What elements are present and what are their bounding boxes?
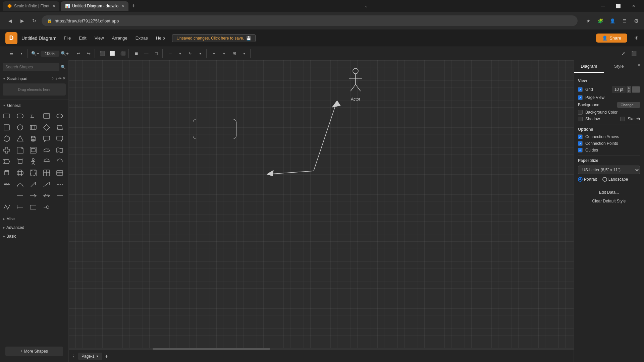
shape-arc[interactable] xyxy=(54,156,65,167)
forward-button[interactable]: ▶ xyxy=(17,16,27,25)
tab-active[interactable]: 📊 Untitled Diagram - draw.io ✕ xyxy=(61,1,128,11)
undo-button[interactable]: ↩ xyxy=(74,49,83,58)
clear-default-style-button[interactable]: Clear Default Style xyxy=(578,197,640,205)
shadow-button[interactable]: □ xyxy=(152,49,161,58)
table-button[interactable]: ⊞ xyxy=(229,49,239,58)
redo-button[interactable]: ↪ xyxy=(84,49,93,58)
insert-down-button[interactable]: ▼ xyxy=(219,49,229,58)
background-change-button[interactable]: Change... xyxy=(617,102,640,108)
new-tab-button[interactable]: + xyxy=(130,3,138,10)
shape-timeline[interactable] xyxy=(1,179,12,190)
grid-checkbox[interactable]: ✓ xyxy=(578,87,583,92)
shape-table-cell[interactable] xyxy=(41,168,52,178)
tab-style[interactable]: Style xyxy=(604,60,634,73)
basic-section-header[interactable]: ▶ Basic xyxy=(1,232,67,241)
fit-page-button[interactable]: ⤢ xyxy=(619,49,628,58)
shape-connector4[interactable] xyxy=(28,202,39,213)
edit-data-button[interactable]: Edit Data... xyxy=(578,189,640,196)
tab1-close[interactable]: ✕ xyxy=(53,4,55,8)
url-bar[interactable]: 🔒 https://draw.fef791275f.cfloat.app xyxy=(42,15,578,26)
shape-text[interactable]: T xyxy=(28,111,39,121)
waypoint-down-button[interactable]: ▼ xyxy=(196,49,205,58)
shape-connector5[interactable] xyxy=(41,202,52,213)
shape-wave-rect[interactable] xyxy=(54,145,65,156)
shape-actor[interactable] xyxy=(28,156,39,167)
shape-dashed1[interactable] xyxy=(54,179,65,190)
menu-file[interactable]: File xyxy=(60,34,74,42)
shape-dashed2[interactable] xyxy=(1,190,12,201)
tab2-close[interactable]: ✕ xyxy=(122,4,124,8)
guides-checkbox[interactable]: ✓ xyxy=(578,148,583,153)
shape-tape[interactable] xyxy=(15,156,25,167)
shape-cylinder[interactable] xyxy=(28,133,39,144)
menu-edit[interactable]: Edit xyxy=(75,34,90,42)
bg-color-checkbox[interactable]: ✓ xyxy=(578,110,583,115)
canvas-rect-shape[interactable] xyxy=(193,119,236,139)
maximize-button[interactable]: ⬜ xyxy=(610,0,626,12)
back-button[interactable]: ◀ xyxy=(5,16,15,25)
page-dropdown-icon[interactable]: ▼ xyxy=(96,355,99,358)
fill-color-button[interactable]: ◼ xyxy=(131,49,141,58)
grid-color-swatch[interactable] xyxy=(632,86,640,93)
sidebar-toggle-button[interactable]: ☰ xyxy=(7,49,16,58)
zoom-display[interactable]: 100% xyxy=(41,51,59,57)
shape-ellipse[interactable] xyxy=(54,111,65,121)
refresh-button[interactable]: ↻ xyxy=(30,16,39,25)
connection-button[interactable]: → xyxy=(165,49,175,58)
to-back-button[interactable]: ↑⬛ xyxy=(118,49,127,58)
shape-frame[interactable] xyxy=(28,168,39,178)
search-input[interactable] xyxy=(3,63,59,71)
shape-curve[interactable] xyxy=(15,179,25,190)
shape-connector2[interactable] xyxy=(1,202,12,213)
extensions-button[interactable]: 🧩 xyxy=(595,15,606,26)
line-color-button[interactable]: — xyxy=(142,49,151,58)
shape-note[interactable] xyxy=(15,145,25,156)
profile-button[interactable]: 👤 xyxy=(607,15,618,26)
shape-arrow-ne[interactable] xyxy=(41,179,52,190)
settings-icon[interactable]: ⚙ xyxy=(634,18,639,24)
tab-inactive[interactable]: 🔶 Scale Infinite | Float ✕ xyxy=(3,1,59,11)
delete-button[interactable]: ⬛ xyxy=(98,49,107,58)
zoom-out-button[interactable]: 🔍− xyxy=(31,49,40,58)
unsaved-banner[interactable]: Unsaved changes. Click here to save. 💾 xyxy=(172,34,255,42)
shadow-checkbox[interactable]: ✓ xyxy=(578,117,583,121)
canvas-area[interactable]: Actor ⋮ Page-1 ▼ + xyxy=(69,60,574,362)
menu-extras[interactable]: Extras xyxy=(132,34,151,42)
menu-view[interactable]: View xyxy=(91,34,107,42)
panel-close-button[interactable]: ✕ xyxy=(634,60,644,73)
shape-half-circle[interactable] xyxy=(41,156,52,167)
tab-diagram[interactable]: Diagram xyxy=(574,60,604,73)
connection-points-checkbox[interactable]: ✓ xyxy=(578,141,583,146)
page-view-checkbox[interactable]: ✓ xyxy=(578,95,583,100)
shape-cloud[interactable] xyxy=(41,145,52,156)
shape-diamond[interactable] xyxy=(41,122,52,133)
menu-arrange[interactable]: Arrange xyxy=(109,34,131,42)
shape-rect[interactable] xyxy=(1,111,12,121)
close-button[interactable]: ✕ xyxy=(626,0,641,12)
page-tab[interactable]: Page-1 ▼ xyxy=(78,353,102,360)
shape-speech[interactable] xyxy=(54,133,65,144)
scratchpad-add-button[interactable]: + xyxy=(55,76,58,81)
sidebar-arrow-button[interactable]: ▼ xyxy=(17,49,26,58)
shape-parallelogram[interactable] xyxy=(54,122,65,133)
share-button[interactable]: 👤 Share xyxy=(596,34,627,43)
landscape-radio[interactable] xyxy=(602,177,607,182)
scratchpad-help[interactable]: ? xyxy=(52,77,54,81)
shape-plus[interactable] xyxy=(1,145,12,156)
sketch-checkbox[interactable]: ✓ xyxy=(620,117,625,121)
general-section-header[interactable]: ▼ General xyxy=(1,101,67,110)
portrait-option[interactable]: Portrait xyxy=(578,177,597,182)
scratchpad-edit-button[interactable]: ✏ xyxy=(58,76,62,81)
shape-text-block[interactable] xyxy=(41,111,52,121)
scratchpad-drop-zone[interactable]: Drag elements here xyxy=(3,83,66,96)
menu-button[interactable]: ☰ xyxy=(619,15,630,26)
grid-increment-button[interactable]: ▲ xyxy=(627,86,631,89)
zoom-in-button[interactable]: 🔍+ xyxy=(60,49,69,58)
canvas-actor[interactable]: Actor xyxy=(347,67,364,102)
collapse-arrow[interactable]: ▼ xyxy=(3,77,6,80)
search-icon[interactable]: 🔍 xyxy=(61,65,66,69)
shape-connector1[interactable] xyxy=(54,190,65,201)
grid-decrement-button[interactable]: ▼ xyxy=(627,89,631,93)
more-shapes-button[interactable]: + More Shapes xyxy=(5,347,63,356)
insert-button[interactable]: + xyxy=(209,49,219,58)
